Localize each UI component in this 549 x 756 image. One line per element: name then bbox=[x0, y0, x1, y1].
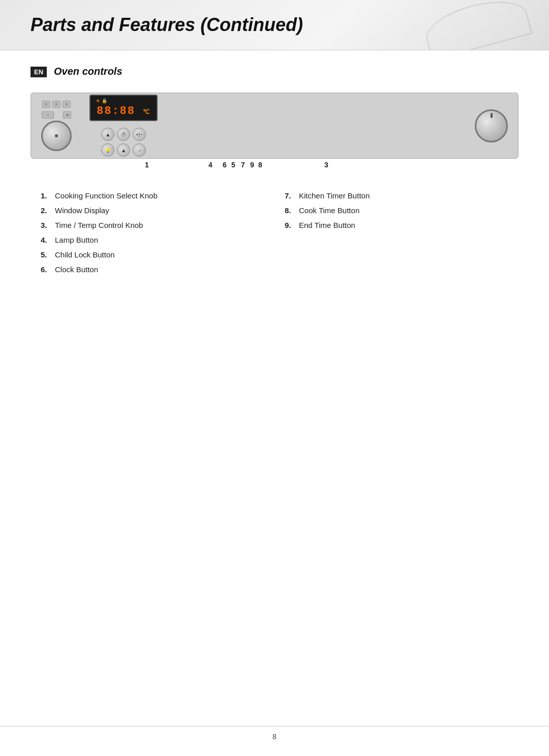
icon-3: ≡ bbox=[63, 101, 71, 108]
button-grid: ▲ ⏱ +|− 💡 ▲ → bbox=[101, 128, 146, 157]
button-up[interactable]: ▲ bbox=[101, 128, 114, 141]
en-badge: EN bbox=[30, 67, 47, 77]
part-label-7: Kitchen Timer Button bbox=[299, 191, 370, 200]
oven-panel: ≡ ≡ ≡ ○ ⊡ ⊙🔒 88:88 ℃ bbox=[30, 93, 518, 159]
bottom-icons-row: ○ ⊡ bbox=[42, 111, 71, 119]
lbl-6b: 6 bbox=[223, 161, 227, 169]
part-item-8: 8. Cook Time Button bbox=[285, 206, 508, 215]
part-item-2: 2. Window Display bbox=[41, 206, 264, 215]
part-num-4: 4. bbox=[41, 236, 53, 244]
part-label-5: Child Lock Button bbox=[55, 250, 115, 259]
icon-5: ⊡ bbox=[63, 111, 71, 119]
diagram-area: 2 ≡ ≡ ≡ ○ ⊡ ⊙🔒 bbox=[30, 93, 518, 176]
section-title: Oven controls bbox=[54, 66, 122, 77]
page-footer: 8 bbox=[0, 726, 549, 741]
parts-right-column: 7. Kitchen Timer Button 8. Cook Time But… bbox=[285, 191, 508, 280]
part-label-9: End Time Button bbox=[299, 221, 355, 229]
kitchen-timer-button[interactable]: ⏱ bbox=[117, 128, 130, 141]
display-suffix: ℃ bbox=[143, 109, 150, 116]
lbl-5b: 5 bbox=[231, 161, 235, 169]
label-row-corrected: 1 4 6 5 7 9 8 3 bbox=[30, 161, 518, 176]
part-label-6: Clock Button bbox=[55, 265, 98, 274]
part-label-4: Lamp Button bbox=[55, 236, 98, 244]
part-num-5: 5. bbox=[41, 250, 53, 259]
window-display: ⊙🔒 88:88 ℃ bbox=[89, 95, 158, 121]
page-header: Parts and Features (Continued) bbox=[0, 0, 549, 50]
part-num-6: 6. bbox=[41, 265, 53, 274]
lbl-7b: 7 bbox=[241, 161, 245, 169]
clock-button[interactable]: ▲ bbox=[117, 143, 130, 157]
button-row-1: ▲ ⏱ +|− bbox=[101, 128, 146, 141]
icon-1: ≡ bbox=[42, 101, 50, 108]
time-temp-knob[interactable] bbox=[475, 109, 508, 142]
lbl-8b: 8 bbox=[258, 161, 262, 169]
part-label-8: Cook Time Button bbox=[299, 206, 359, 215]
part-num-3: 3. bbox=[41, 221, 53, 229]
part-item-3: 3. Time / Temp Control Knob bbox=[41, 221, 264, 229]
page-title: Parts and Features (Continued) bbox=[30, 14, 518, 36]
lamp-button[interactable]: 💡 bbox=[101, 143, 114, 157]
cook-time-button[interactable]: → bbox=[133, 143, 146, 157]
part-label-3: Time / Temp Control Knob bbox=[55, 221, 143, 229]
en-section: EN Oven controls bbox=[0, 50, 549, 82]
lbl-1b: 1 bbox=[145, 161, 149, 169]
display-text: 88:88 bbox=[97, 105, 135, 118]
lbl-3b: 3 bbox=[324, 161, 328, 169]
end-time-button[interactable]: +|− bbox=[133, 128, 146, 141]
part-item-9: 9. End Time Button bbox=[285, 221, 508, 229]
part-item-7: 7. Kitchen Timer Button bbox=[285, 191, 508, 200]
part-item-6: 6. Clock Button bbox=[41, 265, 264, 274]
part-num-1: 1. bbox=[41, 191, 53, 200]
parts-section: 1. Cooking Function Select Knob 2. Windo… bbox=[41, 191, 508, 280]
icon-4: ○ bbox=[42, 111, 54, 119]
part-item-1: 1. Cooking Function Select Knob bbox=[41, 191, 264, 200]
part-num-8: 8. bbox=[285, 206, 297, 215]
icon-2: ≡ bbox=[52, 101, 60, 108]
part-label-2: Window Display bbox=[55, 206, 109, 215]
part-num-9: 9. bbox=[285, 221, 297, 229]
lbl-9b: 9 bbox=[250, 161, 254, 169]
left-knob-section: ≡ ≡ ≡ ○ ⊡ bbox=[41, 101, 72, 151]
button-row-2: 💡 ▲ → bbox=[101, 143, 146, 157]
page-number: 8 bbox=[272, 733, 277, 741]
lbl-4b: 4 bbox=[208, 161, 212, 169]
parts-left-column: 1. Cooking Function Select Knob 2. Windo… bbox=[41, 191, 264, 280]
part-item-4: 4. Lamp Button bbox=[41, 236, 264, 244]
part-num-2: 2. bbox=[41, 206, 53, 215]
part-label-1: Cooking Function Select Knob bbox=[55, 191, 158, 200]
right-knob-section bbox=[475, 109, 508, 142]
middle-section: ⊙🔒 88:88 ℃ ▲ ⏱ +|− 💡 bbox=[89, 95, 158, 157]
part-num-7: 7. bbox=[285, 191, 297, 200]
cooking-function-knob[interactable] bbox=[41, 121, 72, 151]
top-icons-row: ≡ ≡ ≡ bbox=[42, 101, 71, 108]
part-item-5: 5. Child Lock Button bbox=[41, 250, 264, 259]
display-icons: ⊙🔒 bbox=[97, 98, 150, 104]
